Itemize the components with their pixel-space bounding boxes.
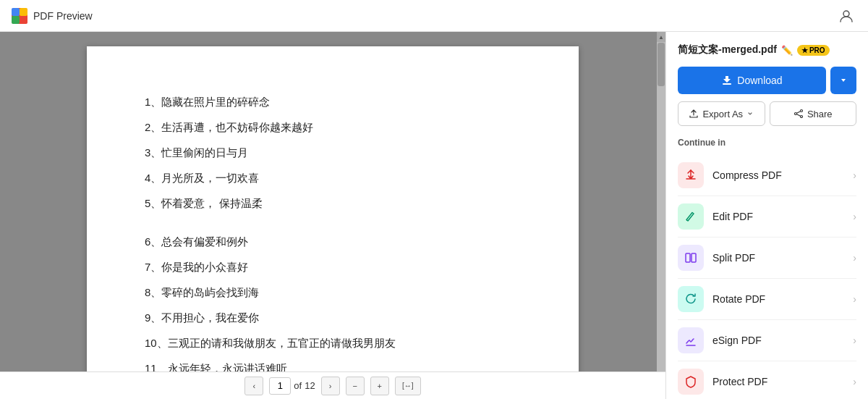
chevron-down-icon bbox=[840, 77, 847, 84]
compress-tool-label: Compress PDF bbox=[712, 169, 844, 181]
user-account-icon[interactable] bbox=[836, 6, 856, 26]
share-button[interactable]: Share bbox=[770, 101, 857, 126]
action-row: Export As Share bbox=[678, 101, 856, 126]
tool-item-protect[interactable]: Protect PDF › bbox=[678, 361, 856, 399]
header-right bbox=[836, 6, 856, 26]
pdf-line: 9、不用担心，我在爱你 bbox=[145, 306, 521, 329]
pdf-page: 1、隐藏在照片里的碎碎念2、生活再遭，也不妨碍你越来越好3、忙里偷闲的日与月4、… bbox=[87, 46, 579, 371]
continue-in-label: Continue in bbox=[678, 138, 856, 148]
pdf-line: 11、永远年轻，永远讲话难听 bbox=[145, 356, 521, 371]
expand-button[interactable]: [↔] bbox=[395, 377, 421, 395]
export-icon bbox=[689, 109, 699, 119]
esign-icon bbox=[678, 327, 704, 353]
pro-star-icon: ★ bbox=[801, 46, 808, 54]
scroll-up-arrow[interactable]: ▲ bbox=[657, 32, 665, 42]
chevron-right-icon: › bbox=[853, 335, 856, 346]
total-pages: 12 bbox=[305, 380, 315, 391]
pro-label: PRO bbox=[809, 46, 825, 54]
app-header: PDF Preview bbox=[0, 0, 868, 32]
download-label: Download bbox=[737, 75, 782, 86]
scrollbar-thumb[interactable] bbox=[658, 43, 665, 86]
svg-point-5 bbox=[843, 11, 849, 17]
of-label: of bbox=[294, 380, 302, 391]
split-icon bbox=[678, 245, 704, 271]
prev-page-button[interactable]: ‹ bbox=[244, 377, 263, 395]
split-tool-label: Split PDF bbox=[712, 252, 844, 264]
tool-item-split[interactable]: Split PDF › bbox=[678, 238, 856, 279]
pdf-content: 1、隐藏在照片里的碎碎念2、生活再遭，也不妨碍你越来越好3、忙里偷闲的日与月4、… bbox=[145, 90, 521, 371]
svg-rect-1 bbox=[12, 8, 20, 16]
pdf-line: 7、你是我的小众喜好 bbox=[145, 255, 521, 279]
chevron-right-icon: › bbox=[853, 211, 856, 222]
zoom-in-button[interactable]: + bbox=[370, 377, 389, 395]
svg-point-8 bbox=[794, 113, 796, 115]
protect-icon bbox=[678, 369, 704, 395]
pdf-line: 1、隐藏在照片里的碎碎念 bbox=[145, 90, 521, 114]
compress-icon bbox=[678, 162, 704, 188]
svg-rect-6 bbox=[723, 83, 731, 85]
pro-badge: ★ PRO bbox=[797, 45, 830, 56]
svg-rect-2 bbox=[20, 8, 27, 16]
esign-tool-label: eSign PDF bbox=[712, 335, 844, 346]
edit-filename-icon[interactable]: ✏️ bbox=[781, 45, 793, 56]
pdf-viewer: 1、隐藏在照片里的碎碎念2、生活再遭，也不妨碍你越来越好3、忙里偷闲的日与月4、… bbox=[0, 32, 665, 399]
pdf-scrollbar[interactable]: ▲ bbox=[657, 32, 665, 371]
download-button[interactable]: Download bbox=[678, 67, 826, 94]
svg-rect-11 bbox=[692, 253, 696, 262]
next-page-button[interactable]: › bbox=[321, 377, 340, 395]
download-dropdown-button[interactable] bbox=[830, 67, 856, 94]
pdf-line: 2、生活再遭，也不妨碍你越来越好 bbox=[145, 115, 521, 139]
share-label: Share bbox=[807, 109, 833, 119]
rotate-icon bbox=[678, 286, 704, 312]
pdf-line: 3、忙里偷闲的日与月 bbox=[145, 140, 521, 164]
svg-point-9 bbox=[800, 116, 802, 118]
pdf-line: 4、月光所及，一切欢喜 bbox=[145, 166, 521, 190]
chevron-right-icon: › bbox=[853, 169, 856, 181]
tool-item-edit[interactable]: Edit PDF › bbox=[678, 196, 856, 238]
zoom-out-button[interactable]: − bbox=[346, 377, 365, 395]
edit-tool-label: Edit PDF bbox=[712, 211, 844, 222]
svg-rect-10 bbox=[686, 253, 690, 262]
edit-icon bbox=[678, 203, 704, 230]
chevron-right-icon: › bbox=[853, 252, 856, 264]
main-layout: 1、隐藏在照片里的碎碎念2、生活再遭，也不妨碍你越来越好3、忙里偷闲的日与月4、… bbox=[0, 32, 868, 399]
tool-item-compress[interactable]: Compress PDF › bbox=[678, 155, 856, 196]
protect-tool-label: Protect PDF bbox=[712, 376, 844, 387]
rotate-tool-label: Rotate PDF bbox=[712, 293, 844, 305]
tool-item-rotate[interactable]: Rotate PDF › bbox=[678, 279, 856, 320]
pdf-line: 10、三观正的请和我做朋友，五官正的请做我男朋友 bbox=[145, 331, 521, 355]
download-icon bbox=[721, 75, 733, 86]
download-row: Download bbox=[678, 67, 856, 94]
svg-rect-4 bbox=[20, 16, 27, 24]
chevron-right-icon: › bbox=[853, 376, 856, 387]
pdf-line: 5、怀着爱意， 保持温柔 bbox=[145, 191, 521, 215]
svg-point-7 bbox=[800, 110, 802, 112]
right-panel: 简短文案-merged.pdf ✏️ ★ PRO Download bbox=[665, 32, 868, 399]
share-icon bbox=[793, 109, 804, 119]
tool-item-esign[interactable]: eSign PDF › bbox=[678, 320, 856, 361]
header-left: PDF Preview bbox=[12, 8, 93, 24]
page-info: of 12 bbox=[269, 377, 315, 395]
svg-rect-3 bbox=[12, 16, 20, 24]
pdf-line: 8、零碎的岛屿会找到海 bbox=[145, 280, 521, 304]
file-title-row: 简短文案-merged.pdf ✏️ ★ PRO bbox=[678, 43, 856, 56]
file-title: 简短文案-merged.pdf bbox=[678, 43, 777, 56]
pdf-toolbar: ‹ of 12 › − + [↔] bbox=[0, 371, 665, 399]
export-label: Export As bbox=[702, 109, 743, 119]
tools-list: Compress PDF › Edit PDF › Split PDF › Ro… bbox=[678, 155, 856, 399]
page-number-input[interactable] bbox=[269, 377, 291, 395]
export-as-button[interactable]: Export As bbox=[678, 101, 765, 126]
pdf-line: 6、总会有偏爱和例外 bbox=[145, 230, 521, 253]
app-title: PDF Preview bbox=[33, 10, 93, 22]
chevron-right-icon: › bbox=[853, 293, 856, 305]
export-chevron-icon bbox=[746, 110, 754, 117]
app-logo-icon bbox=[12, 8, 27, 24]
pdf-scroll-area[interactable]: 1、隐藏在照片里的碎碎念2、生活再遭，也不妨碍你越来越好3、忙里偷闲的日与月4、… bbox=[0, 32, 665, 371]
